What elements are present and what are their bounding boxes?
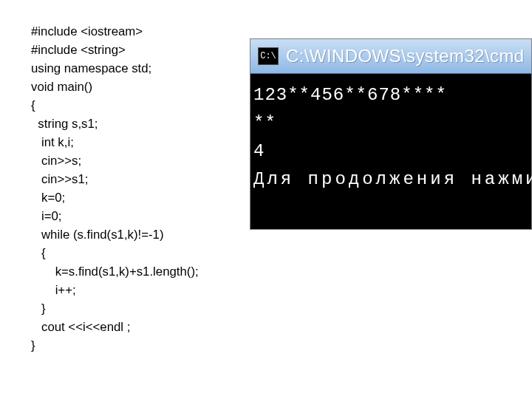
code-line: #include <string>	[31, 43, 126, 57]
window-title: C:\WINDOWS\system32\cmd	[286, 46, 525, 66]
code-line: cin>>s1;	[31, 172, 88, 186]
cmd-icon-label: C:\	[260, 51, 276, 61]
console-window: C:\ C:\WINDOWS\system32\cmd 123**456**67…	[250, 38, 532, 230]
code-line: k=s.find(s1,k)+s1.length();	[31, 265, 199, 279]
code-line: int k,i;	[31, 135, 74, 149]
code-line: {	[31, 246, 46, 260]
source-code-block: #include <iostream> #include <string> us…	[31, 22, 199, 355]
console-line: 4	[253, 141, 265, 161]
console-output: 123**456**678**** ** 4 Для продолжения н…	[250, 74, 531, 229]
code-line: k=0;	[31, 191, 65, 205]
code-line: {	[31, 98, 35, 112]
code-line: void main()	[31, 80, 92, 94]
code-line: string s,s1;	[31, 117, 98, 131]
console-line: 123**456**678****	[253, 85, 447, 105]
code-line: i=0;	[31, 209, 62, 223]
cmd-icon: C:\	[258, 47, 279, 65]
window-titlebar: C:\ C:\WINDOWS\system32\cmd	[250, 39, 531, 74]
code-line: cin>>s;	[31, 154, 81, 168]
code-line: while (s.find(s1,k)!=-1)	[31, 228, 164, 242]
code-line: }	[31, 301, 46, 316]
code-line: #include <iostream>	[31, 24, 143, 38]
code-line: cout <<i<<endl ;	[31, 320, 130, 334]
code-line: }	[31, 338, 35, 352]
code-line: using namespace std;	[31, 61, 151, 75]
console-line: **	[253, 113, 276, 133]
code-line: i++;	[31, 283, 76, 297]
console-line: Для продолжения нажмите	[253, 169, 532, 189]
